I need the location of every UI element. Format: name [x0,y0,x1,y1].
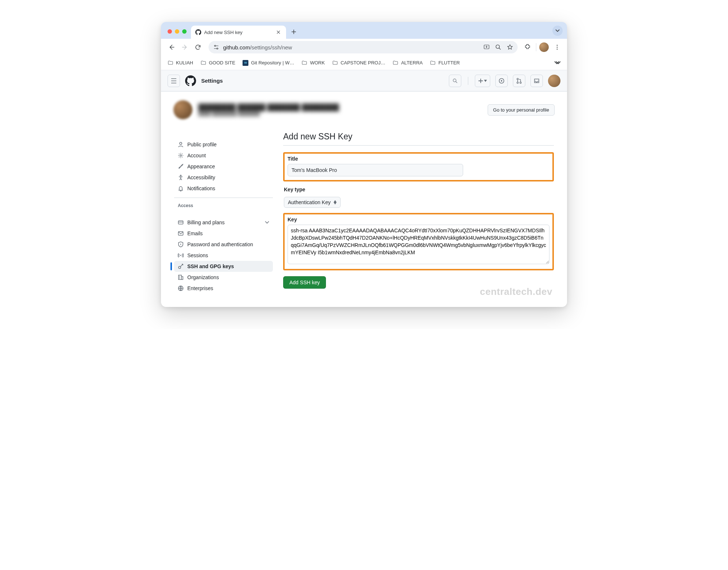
browser-profile-avatar[interactable] [539,42,549,52]
svg-point-15 [180,175,181,176]
chevron-down-icon [265,221,269,224]
key-icon [178,263,184,269]
svg-point-0 [214,45,215,46]
hamburger-menu-button[interactable] [168,75,180,87]
site-settings-icon[interactable] [213,44,219,50]
pull-requests-button[interactable] [513,75,525,87]
bookmark-star-icon[interactable] [507,44,513,50]
user-avatar[interactable] [548,75,560,87]
highlight-title-box: Title [283,152,554,181]
header-page-title: Settings [201,78,223,84]
new-tab-button[interactable] [288,26,299,37]
brush-icon [178,164,184,169]
sidebar-item-label: Appearance [187,164,215,169]
sidebar-item[interactable]: SSH and GPG keys [174,261,273,272]
key-label: Key [288,217,549,222]
sidebar-item[interactable]: Sessions [174,250,273,261]
nav-forward-button[interactable] [179,41,191,53]
issues-button[interactable] [495,75,508,87]
svg-point-14 [180,155,181,156]
search-button[interactable] [449,75,461,87]
sidebar-item-label: SSH and GPG keys [187,263,234,269]
github-header: Settings [161,70,567,91]
sidebar-item[interactable]: Billing and plans [174,217,273,228]
sidebar-item[interactable]: Organizations [174,272,273,283]
window-maximize-icon[interactable] [182,29,187,34]
keytype-label: Key type [284,187,554,192]
bookmarks-bar: KULIAH GOOD SITE W Git Repository | W… W… [161,56,567,70]
svg-point-4 [557,45,558,46]
svg-point-13 [180,142,182,145]
url-domain: github.com [223,44,250,50]
title-input[interactable] [288,164,463,176]
sidebar-section-heading: Access [174,202,273,210]
profile-name-redacted: ████████ ██████ ███████ ████████ ████ ██… [198,104,339,116]
inbox-button[interactable] [530,75,543,87]
nav-back-button[interactable] [165,41,178,53]
gear-icon [178,153,184,158]
tab-close-icon[interactable] [275,29,282,35]
svg-point-18 [180,255,181,256]
sidebar-item-label: Sessions [187,252,208,258]
url-path: /settings/ssh/new [250,44,292,50]
globe-icon [178,285,184,291]
accessibility-icon [178,175,184,180]
extensions-icon[interactable] [522,42,533,53]
browser-tabbar: Add new SSH key [161,22,567,39]
svg-point-11 [517,82,518,83]
bell-icon [178,185,184,191]
sidebar-item[interactable]: Account [174,150,273,161]
sidebar-item[interactable]: Appearance [174,161,273,172]
github-logo-icon[interactable] [185,75,196,86]
sidebar-item-label: Public profile [187,142,217,147]
sidebar-item[interactable]: Notifications [174,183,273,194]
sidebar-item-label: Notifications [187,185,215,191]
person-icon [178,142,184,147]
watermark-text: centraltech.dev [480,286,552,297]
key-textarea[interactable] [288,225,549,264]
create-new-button[interactable] [475,75,490,87]
broadcast-icon [178,252,184,258]
keytype-select[interactable]: Authentication Key [284,197,341,208]
sidebar-item[interactable]: Public profile [174,139,273,150]
window-close-icon[interactable] [168,29,172,34]
bookmark-folder[interactable]: WORK [301,60,324,66]
sidebar-item-label: Enterprises [187,285,213,291]
sidebar-item[interactable]: Enterprises [174,283,273,294]
tabs-dropdown-button[interactable] [552,26,563,36]
browser-menu-icon[interactable] [552,42,563,53]
settings-sidebar: Public profileAccountAppearanceAccessibi… [174,132,273,294]
sidebar-item-label: Accessibility [187,175,215,180]
bookmark-folder[interactable]: CAPSTONE PROJ… [332,60,386,66]
sidebar-item[interactable]: Accessibility [174,172,273,183]
profile-avatar [173,100,192,119]
window-minimize-icon[interactable] [175,29,179,34]
sidebar-item[interactable]: Password and authentication [174,239,273,250]
add-ssh-key-button[interactable]: Add SSH key [283,276,326,289]
browser-tab[interactable]: Add new SSH key [191,26,286,39]
install-app-icon[interactable] [483,44,490,50]
zoom-icon[interactable] [495,44,502,50]
mail-icon [178,230,184,236]
nav-reload-button[interactable] [192,41,204,53]
sidebar-item-label: Password and authentication [187,241,253,247]
bookmark-folder[interactable]: FLUTTER [430,60,460,66]
bookmark-folder[interactable]: GOOD SITE [200,60,235,66]
site-favicon-icon: W [243,60,248,66]
bookmarks-overflow-icon[interactable] [554,61,560,65]
go-to-profile-button[interactable]: Go to your personal profile [488,104,555,116]
org-icon [178,274,184,280]
sidebar-item-label: Organizations [187,274,219,280]
sidebar-item[interactable]: Emails [174,228,273,239]
page-body: Public profileAccountAppearanceAccessibi… [161,121,567,307]
svg-point-1 [217,48,218,49]
browser-addressbar: github.com/settings/ssh/new [161,39,567,56]
bookmark-site[interactable]: W Git Repository | W… [243,60,294,66]
shield-icon [178,241,184,247]
url-input[interactable]: github.com/settings/ssh/new [209,41,518,53]
bookmark-folder[interactable]: KULIAH [168,60,193,66]
highlight-key-box: Key [283,213,554,270]
main-content: Add new SSH Key Title Key type Authentic… [283,132,554,294]
bookmark-folder[interactable]: ALTERRA [393,60,423,66]
title-label: Title [288,156,549,162]
